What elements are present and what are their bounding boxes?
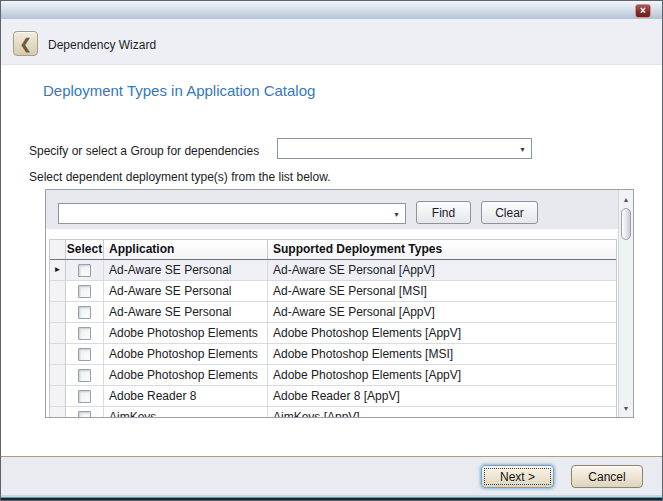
content-area: Deployment Types in Application Catalog …	[1, 65, 662, 456]
wizard-title: Dependency Wizard	[48, 38, 156, 52]
row-checkbox[interactable]	[78, 264, 91, 277]
group-label: Specify or select a Group for dependenci…	[29, 144, 259, 158]
row-header-cell[interactable]	[50, 407, 66, 417]
select-cell	[66, 323, 104, 343]
window-bottom-accent	[1, 495, 662, 500]
row-header-cell[interactable]	[50, 386, 66, 406]
deployment-type-cell: Ad-Aware SE Personal [AppV]	[268, 260, 616, 280]
deployment-type-cell: AimKeys [AppV]	[268, 407, 616, 417]
row-header-column	[50, 240, 66, 259]
select-cell	[66, 386, 104, 406]
close-icon: ×	[640, 6, 646, 16]
select-cell	[66, 281, 104, 301]
chevron-down-icon: ▼	[393, 210, 400, 217]
row-header-cell[interactable]	[50, 302, 66, 322]
table-row[interactable]: Adobe Photoshop Elements Adobe Photoshop…	[50, 365, 616, 386]
column-header-deployment-types[interactable]: Supported Deployment Types	[268, 240, 616, 259]
find-button[interactable]: Find	[416, 201, 471, 224]
title-bar: ×	[1, 1, 662, 19]
row-header-cell[interactable]: ►	[50, 260, 66, 280]
row-checkbox[interactable]	[78, 390, 91, 403]
row-checkbox[interactable]	[78, 369, 91, 382]
list-label: Select dependent deployment type(s) from…	[29, 170, 331, 184]
deployment-type-cell: Ad-Aware SE Personal [MSI]	[268, 281, 616, 301]
deployment-type-cell: Adobe Photoshop Elements [AppV]	[268, 323, 616, 343]
application-cell: AimKeys	[104, 407, 268, 417]
column-header-application[interactable]: Application	[104, 240, 268, 259]
next-button[interactable]: Next >	[481, 465, 554, 488]
current-row-icon: ►	[54, 266, 62, 274]
deployment-type-cell: Adobe Photoshop Elements [MSI]	[268, 344, 616, 364]
row-header-cell[interactable]	[50, 281, 66, 301]
column-header-select[interactable]: Select	[66, 240, 104, 259]
row-checkbox[interactable]	[78, 285, 91, 298]
chevron-down-icon: ▼	[519, 145, 526, 152]
table-row[interactable]: Ad-Aware SE Personal Ad-Aware SE Persona…	[50, 281, 616, 302]
scroll-down-button[interactable]: ▼	[620, 401, 632, 415]
row-checkbox[interactable]	[78, 348, 91, 361]
select-cell	[66, 344, 104, 364]
table-row[interactable]: Adobe Photoshop Elements Adobe Photoshop…	[50, 323, 616, 344]
row-checkbox[interactable]	[78, 306, 91, 319]
row-checkbox[interactable]	[78, 327, 91, 340]
row-checkbox[interactable]	[78, 411, 91, 418]
back-icon: ❮	[20, 37, 32, 51]
table-row[interactable]: ► Ad-Aware SE Personal Ad-Aware SE Perso…	[50, 260, 616, 281]
table-row[interactable]: Adobe Reader 8 Adobe Reader 8 [AppV]	[50, 386, 616, 407]
table-row[interactable]: Ad-Aware SE Personal Ad-Aware SE Persona…	[50, 302, 616, 323]
back-button[interactable]: ❮	[13, 31, 38, 56]
clear-button[interactable]: Clear	[481, 201, 538, 224]
close-button[interactable]: ×	[635, 4, 651, 18]
deployment-type-cell: Adobe Photoshop Elements [AppV]	[268, 365, 616, 385]
application-cell: Adobe Reader 8	[104, 386, 268, 406]
scroll-down-icon: ▼	[623, 405, 630, 412]
application-cell: Ad-Aware SE Personal	[104, 281, 268, 301]
application-cell: Ad-Aware SE Personal	[104, 260, 268, 280]
row-header-cell[interactable]	[50, 344, 66, 364]
deployment-type-cell: Adobe Reader 8 [AppV]	[268, 386, 616, 406]
scroll-up-icon: ▲	[623, 196, 630, 203]
scroll-up-button[interactable]: ▲	[620, 192, 632, 206]
row-header-cell[interactable]	[50, 365, 66, 385]
application-cell: Adobe Photoshop Elements	[104, 344, 268, 364]
deployment-type-cell: Ad-Aware SE Personal [AppV]	[268, 302, 616, 322]
application-cell: Adobe Photoshop Elements	[104, 365, 268, 385]
search-combobox[interactable]: ▼	[58, 203, 406, 224]
deployment-types-grid: Select Application Supported Deployment …	[49, 239, 617, 417]
deployment-types-panel: ▼ Find Clear Select Application Supporte…	[45, 189, 634, 418]
row-header-cell[interactable]	[50, 323, 66, 343]
wizard-header: ❮ Dependency Wizard	[1, 19, 662, 65]
grid-header-row: Select Application Supported Deployment …	[50, 240, 616, 260]
application-cell: Ad-Aware SE Personal	[104, 302, 268, 322]
page-title: Deployment Types in Application Catalog	[43, 82, 315, 99]
dependency-wizard-window: × ❮ Dependency Wizard Deployment Types i…	[0, 0, 663, 501]
table-row[interactable]: Adobe Photoshop Elements Adobe Photoshop…	[50, 344, 616, 365]
select-cell	[66, 260, 104, 280]
select-cell	[66, 302, 104, 322]
vertical-scrollbar[interactable]: ▲ ▼	[618, 190, 633, 417]
search-bar: ▼ Find Clear	[46, 190, 618, 229]
scrollbar-thumb[interactable]	[621, 208, 631, 240]
cancel-button[interactable]: Cancel	[571, 465, 643, 488]
group-combobox[interactable]: ▼	[277, 138, 532, 159]
select-cell	[66, 365, 104, 385]
table-row[interactable]: AimKeys AimKeys [AppV]	[50, 407, 616, 417]
application-cell: Adobe Photoshop Elements	[104, 323, 268, 343]
select-cell	[66, 407, 104, 417]
footer-bar: Next > Cancel	[1, 456, 662, 497]
